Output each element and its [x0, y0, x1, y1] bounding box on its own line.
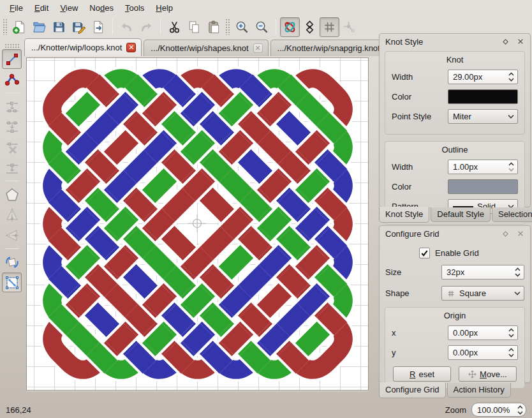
new-document-button[interactable] — [10, 17, 29, 37]
outline-width-value: 1.00px — [453, 162, 508, 172]
menu-file[interactable]: File — [4, 1, 29, 15]
redo-button[interactable] — [137, 17, 156, 37]
mirror-vertical-icon — [4, 207, 20, 223]
sidebar-separator — [5, 248, 19, 249]
close-tab-icon[interactable]: ✕ — [126, 43, 136, 52]
spinner-arrows-icon[interactable] — [508, 71, 515, 82]
menu-nodes[interactable]: Nodes — [84, 1, 119, 15]
spinner-arrows-icon[interactable] — [514, 267, 521, 278]
checkmark-icon — [420, 249, 429, 257]
toolbar-handle[interactable] — [3, 19, 8, 35]
outline-width-label: Width — [392, 162, 448, 172]
group-title: Outline — [392, 145, 518, 154]
snap-to-nodes-button[interactable] — [339, 17, 359, 37]
style-tab-2[interactable]: Selection Style — [492, 207, 532, 222]
snap-to-nodes-icon — [342, 20, 357, 34]
style-tab-1[interactable]: Default Style — [431, 207, 491, 222]
cut-button[interactable] — [165, 17, 184, 37]
outline-color-label: Color — [392, 182, 448, 191]
style-dock-tabs: Knot StyleDefault StyleSelection Style — [379, 207, 532, 223]
zoom-value: 100.00% — [477, 405, 517, 415]
group-title: Knot — [392, 55, 518, 64]
menu-tools[interactable]: Tools — [119, 1, 150, 15]
edge-tool-button[interactable] — [2, 49, 22, 69]
scale-tool-button[interactable] — [2, 272, 22, 292]
dock-title: Configure Grid — [385, 229, 440, 239]
grid-size-value: 32px — [447, 267, 514, 277]
merge-node-button[interactable] — [2, 158, 22, 177]
spinner-arrows-icon[interactable] — [517, 405, 524, 415]
configure-grid-dock-header[interactable]: Configure Grid — [380, 226, 530, 241]
menu-help[interactable]: Help — [150, 1, 179, 15]
menu-view[interactable]: View — [54, 1, 84, 15]
knot-color-swatch[interactable] — [448, 89, 518, 104]
split-edge-button[interactable] — [2, 117, 22, 137]
chevron-down-icon — [514, 290, 521, 296]
close-dock-icon[interactable] — [516, 38, 524, 46]
close-dock-icon[interactable] — [516, 230, 524, 238]
rotate-tool-button[interactable] — [2, 252, 22, 272]
close-tab-icon[interactable]: ✕ — [253, 43, 263, 53]
move-button[interactable]: Move... — [459, 366, 517, 382]
open-document-button[interactable] — [29, 17, 49, 37]
zoom-in-button[interactable] — [232, 17, 252, 37]
knot-canvas[interactable] — [26, 57, 369, 391]
zoom-spinbox[interactable]: 100.00% — [471, 403, 526, 417]
toolbar-handle[interactable] — [225, 19, 231, 35]
knot-graph-button[interactable] — [300, 17, 320, 37]
polygon-tool-button[interactable] — [2, 184, 22, 204]
knot-display-button[interactable] — [280, 17, 300, 37]
grid-toggle-button[interactable] — [320, 17, 339, 37]
spinner-arrows-icon[interactable] — [508, 347, 515, 358]
origin-y-spinbox[interactable]: 0.00px — [448, 345, 518, 360]
outline-color-swatch[interactable] — [448, 179, 518, 194]
menu-edit[interactable]: Edit — [29, 1, 54, 15]
knot-style-dock-header[interactable]: Knot Style — [380, 34, 530, 49]
undo-button[interactable] — [117, 17, 137, 37]
export-button[interactable] — [89, 17, 108, 37]
zoom-out-button[interactable] — [252, 17, 272, 37]
point-style-combobox[interactable]: Miter — [448, 109, 518, 124]
origin-x-spinbox[interactable]: 0.00px — [448, 325, 518, 340]
document-tab-1[interactable]: .../Knotter/wip/shapes.knot✕ — [144, 40, 268, 56]
mirror-vertical-button[interactable] — [2, 205, 22, 225]
mirror-horizontal-button[interactable] — [2, 225, 22, 245]
spinner-arrows-icon[interactable] — [508, 161, 515, 172]
paste-button[interactable] — [204, 17, 224, 37]
enable-grid-checkbox[interactable] — [419, 248, 430, 258]
document-tab-0[interactable]: .../Knotter/wip/loops.knot✕ — [24, 38, 142, 56]
merge-node-icon — [4, 160, 20, 175]
knot-width-spinbox[interactable]: 29.00px — [448, 70, 518, 84]
outline-width-spinbox[interactable]: 1.00px — [448, 160, 518, 174]
node-tool-icon — [4, 72, 20, 87]
split-edge-icon — [4, 119, 20, 135]
style-tab-0[interactable]: Knot Style — [379, 207, 429, 223]
move-button-label: Move... — [480, 369, 507, 379]
save-as-icon — [71, 20, 86, 34]
paste-icon — [207, 20, 221, 34]
float-dock-icon[interactable] — [501, 230, 510, 238]
grid-size-spinbox[interactable]: 32px — [441, 265, 524, 280]
grid-tab-0[interactable]: Configure Grid — [379, 382, 446, 398]
toolbar-separator — [112, 19, 113, 34]
origin-x-value: 0.00px — [453, 328, 508, 338]
reset-button[interactable]: Reset — [393, 366, 451, 382]
square-grid-icon — [447, 289, 455, 298]
grid-tab-1[interactable]: Action History — [447, 383, 511, 398]
copy-button[interactable] — [184, 17, 204, 37]
document-tabs: .../Knotter/wip/loops.knot✕.../Knotter/w… — [24, 38, 402, 56]
node-tool-button[interactable] — [2, 70, 22, 89]
save-button[interactable] — [49, 17, 69, 37]
mirror-horizontal-icon — [4, 228, 20, 243]
origin-y-label: y — [392, 348, 448, 357]
float-dock-icon[interactable] — [501, 38, 510, 46]
spinner-arrows-icon[interactable] — [508, 327, 515, 338]
knot-width-value: 29.00px — [453, 72, 508, 82]
tools-sidebar — [0, 38, 24, 274]
save-as-button[interactable] — [69, 17, 89, 37]
grid-shape-combobox[interactable]: Square — [441, 286, 524, 301]
toolbar-separator — [276, 19, 276, 34]
delete-node-button[interactable] — [2, 137, 22, 157]
delete-node-icon — [4, 140, 20, 155]
insert-node-button[interactable] — [2, 96, 22, 116]
